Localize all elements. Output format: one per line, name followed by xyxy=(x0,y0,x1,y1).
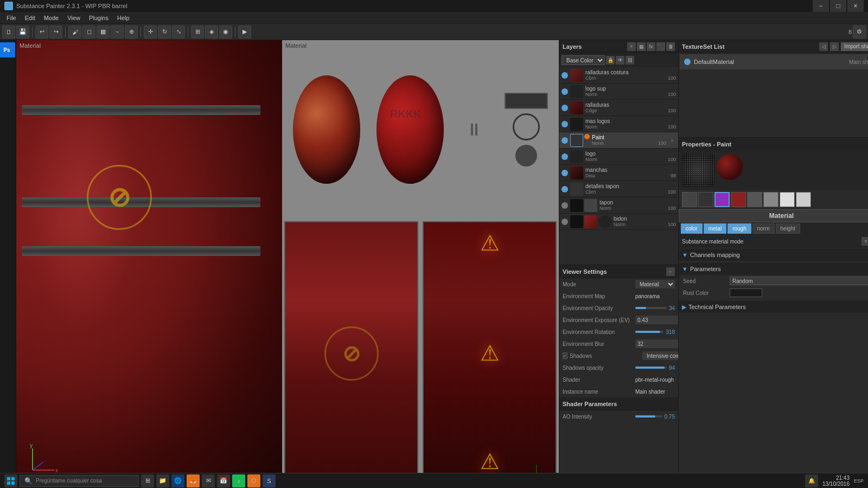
swatch-brush[interactable] xyxy=(682,192,697,207)
menu-help[interactable]: Help xyxy=(113,14,134,22)
swatch-7[interactable] xyxy=(780,192,795,207)
taskbar-explorer[interactable]: 📁 xyxy=(156,474,169,487)
textureset-item[interactable]: DefaultMaterial Main shader xyxy=(680,54,868,69)
swatch-alpha[interactable] xyxy=(698,192,713,207)
ao-value[interactable]: 0.75 xyxy=(665,414,675,420)
textureset-btn-2[interactable]: ▷ xyxy=(830,42,839,51)
layers-eye-btn[interactable]: 👁 xyxy=(616,56,624,65)
toolbar-undo[interactable]: ↩ xyxy=(35,25,48,38)
layer-item-ralladuras[interactable]: ralladuras Cdge100 xyxy=(559,100,678,116)
layer-del-btn[interactable]: × xyxy=(668,137,676,144)
swatch-metal[interactable] xyxy=(747,192,762,207)
toolbar-rotate[interactable]: ↻ xyxy=(158,25,171,38)
vs-envexposure-input[interactable] xyxy=(635,316,678,324)
toolbar-camera[interactable]: ⊞ xyxy=(191,25,204,38)
layer-item-detalles-tapon[interactable]: detalles tapon Cbrn100 xyxy=(559,181,678,197)
layer-eye[interactable] xyxy=(561,170,568,176)
channels-mapping-header[interactable]: ▼ Channels mapping xyxy=(679,249,868,261)
seed-dropdown[interactable]: Random xyxy=(730,277,868,285)
layer-eye[interactable] xyxy=(561,186,568,192)
prop-thumb-sphere[interactable] xyxy=(717,154,743,180)
toolbar-light[interactable]: ◈ xyxy=(205,25,218,38)
viewport-3d[interactable]: Material ⊘ x xyxy=(16,40,282,488)
vs-mode-select[interactable]: Material xyxy=(635,280,675,288)
vs-envopacity-slider[interactable] xyxy=(635,307,667,309)
swatch-stencil[interactable] xyxy=(714,192,730,207)
layer-eye[interactable] xyxy=(561,219,568,225)
toolbar-fill[interactable]: ▦ xyxy=(97,25,110,38)
toolbar-env[interactable]: ◉ xyxy=(219,25,232,38)
taskbar-notification[interactable]: 🔔 xyxy=(805,474,818,487)
mat-tab-height[interactable]: height xyxy=(776,223,800,234)
import-shader-btn[interactable]: Import shader xyxy=(841,42,868,51)
swatch-rough[interactable] xyxy=(763,192,778,207)
layer-eye[interactable] xyxy=(561,88,568,95)
menu-plugins[interactable]: Plugins xyxy=(85,14,113,22)
taskbar-edge[interactable]: 🌐 xyxy=(171,474,184,487)
vs-shadowsopacity-value[interactable]: 94 xyxy=(669,365,675,371)
vs-shadows-checkbox[interactable] xyxy=(563,352,567,359)
mat-tab-color[interactable]: color xyxy=(681,223,703,234)
mat-tab-rough[interactable]: rough xyxy=(727,223,751,234)
viewer-settings-collapse[interactable]: − xyxy=(666,267,675,276)
layer-eye[interactable] xyxy=(561,202,568,209)
toolbar-new[interactable]: 🗋 xyxy=(2,25,15,38)
mat-tab-norm[interactable]: norm xyxy=(752,223,775,234)
technical-params-header[interactable]: ▶ Technical Parameters xyxy=(679,301,868,313)
taskbar-spotify[interactable]: ♪ xyxy=(232,474,245,487)
toolbar-eraser[interactable]: ◻ xyxy=(82,25,95,38)
taskbar-task-view[interactable]: ⊞ xyxy=(141,474,154,487)
menu-edit[interactable]: Edit xyxy=(21,14,40,22)
toolbar-redo[interactable]: ↪ xyxy=(49,25,62,38)
taskbar-firefox[interactable]: 🦊 xyxy=(187,474,200,487)
mat-tab-metal[interactable]: metal xyxy=(704,223,726,234)
prop-thumb-1[interactable] xyxy=(682,154,714,187)
layer-eye[interactable] xyxy=(561,137,568,144)
substance-mode-close[interactable]: × xyxy=(861,237,868,246)
layers-chain-btn[interactable]: ⛓ xyxy=(626,56,634,65)
menu-view[interactable]: View xyxy=(63,14,85,22)
rust-color-swatch[interactable] xyxy=(730,288,762,297)
layer-eye[interactable] xyxy=(561,72,568,79)
menu-mode[interactable]: Mode xyxy=(40,14,63,22)
toolbar-brush[interactable]: 🖌 xyxy=(68,25,81,38)
layer-item-paint[interactable]: Paint Norm100 × xyxy=(559,132,678,149)
layers-fx-btn[interactable]: fx xyxy=(647,42,655,51)
vs-envrotation-slider[interactable] xyxy=(635,331,663,333)
ps-badge[interactable]: Ps xyxy=(0,42,15,57)
toolbar-scale[interactable]: ⤡ xyxy=(172,25,185,38)
vs-shadows-select[interactable]: Intensive computation xyxy=(642,351,678,360)
menu-file[interactable]: File xyxy=(2,14,21,22)
layers-lock-btn[interactable]: 🔒 xyxy=(606,56,615,65)
layer-eye[interactable] xyxy=(561,153,568,160)
maximize-button[interactable]: □ xyxy=(830,0,846,12)
toolbar-transform[interactable]: ✛ xyxy=(144,25,157,38)
layer-eye[interactable] xyxy=(561,105,568,111)
layers-add-btn[interactable]: + xyxy=(627,42,636,51)
toolbar-clone[interactable]: ⊕ xyxy=(125,25,138,38)
vs-envblur-input[interactable] xyxy=(635,339,678,348)
swatch-color[interactable] xyxy=(731,192,746,207)
toolbar-settings[interactable]: ⚙ xyxy=(853,25,866,38)
taskbar-calendar[interactable]: 📅 xyxy=(217,474,230,487)
taskbar-mail[interactable]: ✉ xyxy=(202,474,215,487)
layer-eye[interactable] xyxy=(561,121,568,127)
vs-envrotation-value[interactable]: 318 xyxy=(666,329,675,335)
toolbar-save[interactable]: 💾 xyxy=(16,25,29,38)
textureset-btn-1[interactable]: ◁ xyxy=(819,42,828,51)
taskbar-app-3d[interactable]: ⬡ xyxy=(247,474,260,487)
search-bar[interactable]: 🔍 Pregúntame cualquier cosa xyxy=(20,475,139,487)
layer-item-ralladuras-costura[interactable]: ralladuras costura Cbrn100 xyxy=(559,67,678,84)
layer-item-manchas[interactable]: manchas Disa98 xyxy=(559,165,678,181)
swatch-8[interactable] xyxy=(796,192,811,207)
close-button[interactable]: × xyxy=(847,0,864,12)
parameters-header[interactable]: ▼ Parameters xyxy=(679,263,868,275)
layers-group-btn[interactable]: ▦ xyxy=(637,42,646,51)
vs-envopacity-value[interactable]: 34 xyxy=(669,305,675,311)
layer-item-mas-logos[interactable]: mas logos Norm100 xyxy=(559,116,678,132)
taskbar-windows-icon[interactable] xyxy=(4,474,17,487)
toolbar-smudge[interactable]: ~ xyxy=(111,25,124,38)
layers-channel-dropdown[interactable]: Base Color xyxy=(561,55,605,65)
vs-shadowsopacity-slider[interactable] xyxy=(635,367,667,369)
ao-slider[interactable] xyxy=(635,415,662,418)
